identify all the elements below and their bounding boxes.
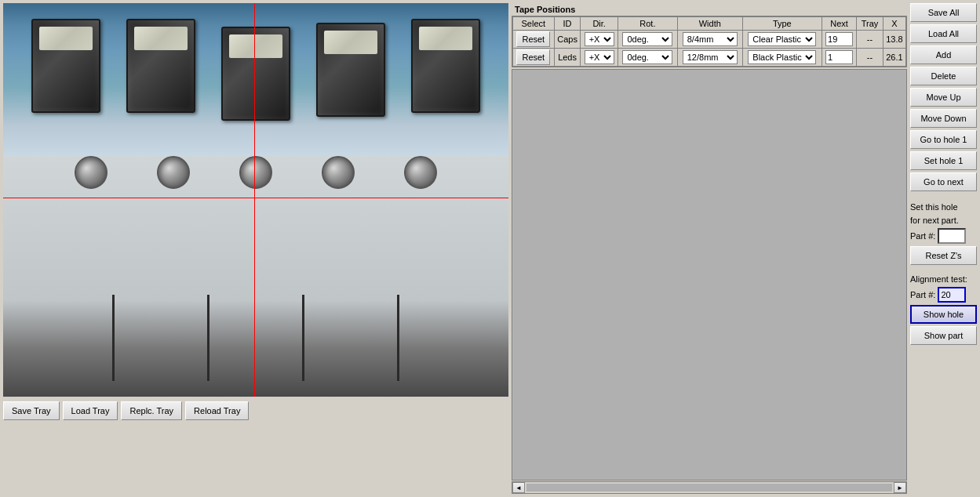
col-rot: Rot.	[618, 17, 677, 31]
col-x: X	[883, 17, 905, 31]
id-cell-row-0: Caps	[554, 31, 581, 49]
load-tray-button[interactable]: Load Tray	[63, 401, 118, 420]
dir-select-row-1[interactable]: +X-X+Y-Y	[585, 50, 614, 64]
for-next-part-label: for next part.	[910, 214, 977, 225]
col-type: Type	[742, 17, 822, 31]
table-row: ResetCaps+X-X+Y-Y0deg.90deg.180deg.270de…	[513, 31, 906, 49]
rot-select-row-0[interactable]: 0deg.90deg.180deg.270deg.	[622, 32, 672, 46]
alignment-part-label: Part #:	[910, 290, 935, 299]
save-tray-button[interactable]: Save Tray	[3, 401, 60, 420]
next-input-row-1[interactable]	[825, 50, 853, 64]
tape-hole	[322, 156, 355, 189]
alignment-part-num-row: Part #:	[910, 287, 977, 303]
col-select: Select	[513, 17, 555, 31]
reload-tray-button[interactable]: Reload Tray	[185, 401, 249, 420]
next-input-row-0[interactable]	[825, 32, 853, 46]
reset-button-row-1[interactable]: Reset	[516, 49, 550, 65]
alignment-test-label: Alignment test:	[910, 274, 977, 284]
tape-hole	[404, 156, 437, 189]
tape-scrollbar: ◄ ►	[512, 481, 907, 494]
delete-button[interactable]: Delete	[910, 67, 977, 85]
col-dir: Dir.	[581, 17, 618, 31]
load-all-button[interactable]: Load All	[910, 24, 977, 43]
set-this-hole-label: Set this hole	[910, 201, 977, 212]
col-width: Width	[677, 17, 742, 31]
rot-select-row-1[interactable]: 0deg.90deg.180deg.270deg.	[622, 50, 672, 64]
add-button[interactable]: Add	[910, 45, 977, 64]
tape-hole	[239, 156, 272, 189]
action-panel: Save All Load All Add Delete Move Up Mov…	[910, 3, 977, 494]
alignment-part-input[interactable]	[938, 287, 966, 303]
reset-button-row-0[interactable]: Reset	[516, 31, 550, 47]
crosshair-vertical	[254, 3, 255, 397]
tape-table: Select ID Dir. Rot. Width Type Next Tray…	[512, 16, 906, 67]
tape-panel-title: Tape Positions	[512, 3, 907, 16]
crosshair-horizontal	[3, 198, 508, 198]
scroll-left-arrow[interactable]: ◄	[512, 482, 525, 493]
id-cell-row-1: Leds	[554, 49, 581, 67]
part-num-row: Part #:	[910, 228, 977, 244]
show-hole-button[interactable]: Show hole	[910, 305, 977, 324]
dir-select-row-0[interactable]: +X-X+Y-Y	[585, 32, 614, 46]
move-down-button[interactable]: Move Down	[910, 109, 977, 128]
x-cell-row-1: 26.1	[883, 49, 905, 67]
scroll-right-arrow[interactable]: ►	[894, 482, 906, 493]
tape-hole	[75, 156, 107, 189]
part-num-label: Part #:	[910, 231, 935, 241]
show-part-button[interactable]: Show part	[910, 326, 977, 345]
x-cell-row-0: 13.8	[883, 31, 905, 49]
col-id: ID	[554, 17, 581, 31]
tape-canvas-area	[512, 69, 907, 481]
type-select-row-1[interactable]: Clear PlasticBlack PlasticPaper	[748, 50, 816, 64]
reset-zs-button[interactable]: Reset Z's	[910, 246, 977, 265]
go-to-hole-button[interactable]: Go to hole 1	[910, 130, 977, 149]
width-select-row-0[interactable]: 8/4mm12/8mm16/12mm	[683, 32, 738, 46]
set-hole-button[interactable]: Set hole 1	[910, 151, 977, 170]
col-next: Next	[822, 17, 857, 31]
tray-cell-row-0: --	[857, 31, 883, 49]
type-select-row-0[interactable]: Clear PlasticBlack PlasticPaper	[748, 32, 816, 46]
camera-view: Save Tray Load Tray Replc. Tray Reload T…	[3, 3, 508, 494]
tape-table-container: Select ID Dir. Rot. Width Type Next Tray…	[512, 16, 907, 67]
scroll-track[interactable]	[526, 484, 892, 492]
move-up-button[interactable]: Move Up	[910, 88, 977, 107]
part-num-input[interactable]	[938, 228, 966, 244]
go-to-next-button[interactable]: Go to next	[910, 172, 977, 191]
table-row: ResetLeds+X-X+Y-Y0deg.90deg.180deg.270de…	[513, 49, 906, 67]
save-all-button[interactable]: Save All	[910, 3, 977, 22]
tape-positions-panel: Tape Positions Select ID Dir. Rot. Width…	[512, 3, 907, 494]
tape-hole	[157, 156, 190, 189]
tray-cell-row-1: --	[857, 49, 883, 67]
width-select-row-1[interactable]: 8/4mm12/8mm16/12mm	[683, 50, 738, 64]
col-tray: Tray	[857, 17, 883, 31]
repl-tray-button[interactable]: Replc. Tray	[121, 401, 182, 420]
